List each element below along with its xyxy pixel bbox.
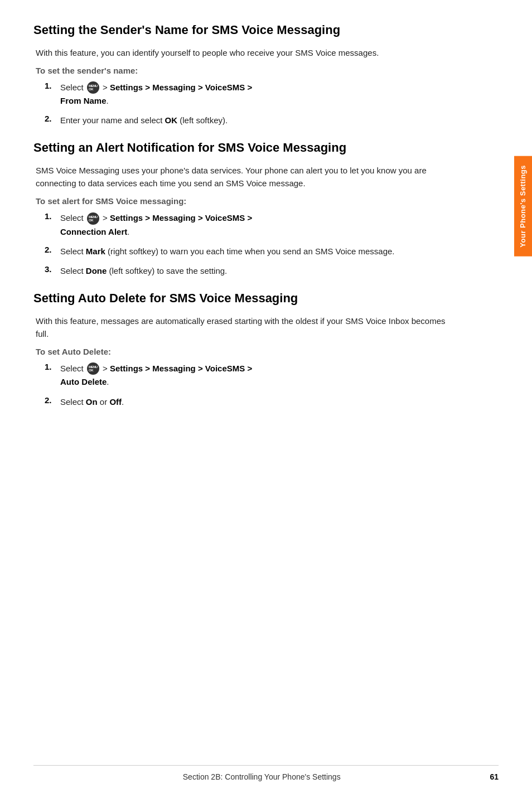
step-alert-3: 3. Select Done (left softkey) to save th… — [33, 264, 457, 277]
section-auto-delete: Setting Auto Delete for SMS Voice Messag… — [33, 291, 457, 408]
step-content: Select MENUOK > Settings > Messaging > V… — [60, 211, 457, 238]
step-content: Enter your name and select OK (left soft… — [60, 114, 457, 127]
subsection-label-sender: To set the sender's name: — [33, 66, 457, 75]
step-content: Select MENUOK > Settings > Messaging > V… — [60, 81, 457, 107]
main-content: Setting the Sender's Name for SMS Voice … — [0, 0, 491, 466]
menu-icon: MENUOK — [87, 362, 99, 375]
page-container: Setting the Sender's Name for SMS Voice … — [0, 0, 532, 798]
step-number: 2. — [45, 114, 60, 123]
steps-list-autodelete: 1. Select MENUOK > Settings > Messaging … — [33, 362, 457, 408]
step-alert-2: 2. Select Mark (right softkey) to warn y… — [33, 245, 457, 258]
step-number: 3. — [45, 264, 60, 274]
body-auto-delete: With this feature, messages are automati… — [33, 315, 457, 341]
step-content: Select Mark (right softkey) to warn you … — [60, 245, 457, 258]
footer-page-number: 61 — [490, 772, 499, 781]
menu-icon: MENUOK — [87, 212, 99, 225]
step-autodelete-1: 1. Select MENUOK > Settings > Messaging … — [33, 362, 457, 388]
section-sender-name: Setting the Sender's Name for SMS Voice … — [33, 22, 457, 127]
section-alert-notification: Setting an Alert Notification for SMS Vo… — [33, 140, 457, 277]
body-alert-notification: SMS Voice Messaging uses your phone's da… — [33, 164, 457, 190]
step-content: Select On or Off. — [60, 395, 457, 408]
side-tab: Your Phone's Settings — [514, 156, 532, 257]
step-alert-1: 1. Select MENUOK > Settings > Messaging … — [33, 211, 457, 238]
step-number: 1. — [45, 362, 60, 371]
subsection-label-autodelete: To set Auto Delete: — [33, 347, 457, 356]
step-sender-2: 2. Enter your name and select OK (left s… — [33, 114, 457, 127]
step-autodelete-2: 2. Select On or Off. — [33, 395, 457, 408]
heading-auto-delete: Setting Auto Delete for SMS Voice Messag… — [33, 291, 457, 307]
step-number: 1. — [45, 81, 60, 90]
steps-list-alert: 1. Select MENUOK > Settings > Messaging … — [33, 211, 457, 277]
footer: Section 2B: Controlling Your Phone's Set… — [33, 765, 499, 781]
step-number: 2. — [45, 395, 60, 405]
steps-list-sender: 1. Select MENUOK > Settings > Messaging … — [33, 81, 457, 127]
heading-alert-notification: Setting an Alert Notification for SMS Vo… — [33, 140, 457, 156]
step-content: Select MENUOK > Settings > Messaging > V… — [60, 362, 457, 388]
heading-sender-name: Setting the Sender's Name for SMS Voice … — [33, 22, 457, 38]
step-sender-1: 1. Select MENUOK > Settings > Messaging … — [33, 81, 457, 107]
step-content: Select Done (left softkey) to save the s… — [60, 264, 457, 277]
step-number: 1. — [45, 211, 60, 221]
body-sender-name: With this feature, you can identify your… — [33, 46, 457, 59]
menu-icon: MENUOK — [87, 81, 99, 94]
step-number: 2. — [45, 245, 60, 254]
subsection-label-alert: To set alert for SMS Voice messaging: — [33, 196, 457, 206]
footer-section-text: Section 2B: Controlling Your Phone's Set… — [33, 772, 490, 781]
